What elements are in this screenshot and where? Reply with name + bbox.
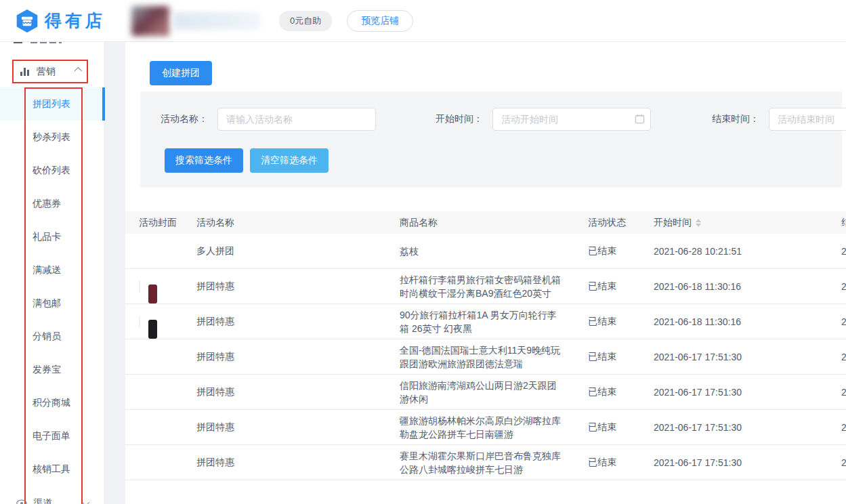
product-name-cell: 全国-德国法国瑞士意大利11天9晚纯玩跟团游欧洲旅游跟团德法意瑞 — [400, 343, 588, 371]
sort-icon[interactable] — [696, 219, 701, 227]
end-time-cell-clipped: 2 — [841, 387, 846, 398]
sidebar-submenu-item[interactable]: 核销工具 — [0, 453, 105, 486]
status-cell: 已结束 — [588, 457, 654, 469]
table-row[interactable]: 多人拼团 荔枝 已结束 2021-06-28 10:21:51 2 — [125, 234, 846, 269]
table-row[interactable]: 拼团特惠 疆旅游胡杨林帕米尔高原白沙湖喀拉库勒盘龙公路拼车七日南疆游 已结束 2… — [125, 410, 846, 445]
table-row[interactable]: 拼团特惠 赛里木湖霍尔果斯口岸巴音布鲁克独库公路八卦城喀拉峻拼车七日游 已结束 … — [125, 445, 846, 480]
start-time-input[interactable] — [492, 108, 651, 131]
sidebar-submenu-label: 分销员 — [33, 331, 61, 341]
sidebar-submenu-label: 电子面单 — [33, 430, 70, 441]
sidebar-submenu-label: 拼团列表 — [33, 98, 70, 109]
activity-name-cell: 拼团特惠 — [196, 421, 400, 434]
sidebar-section-label: 渠道 — [33, 497, 58, 504]
sidebar-submenu-item[interactable]: 满减送 — [0, 253, 105, 287]
product-name-cell: 拉杆箱行李箱男旅行箱女密码箱登机箱时尚横纹干湿分离BA9酒红色20英寸 — [400, 273, 588, 300]
start-time-cell: 2021-06-17 17:51:30 — [654, 422, 841, 433]
column-header-activity-name: 活动名称 — [196, 217, 400, 229]
bar-chart-icon — [20, 68, 30, 76]
product-name-cell: 90分旅行箱拉杆箱1A 男女万向轮行李箱 26英寸 幻夜黑 — [400, 308, 588, 335]
start-time-cell: 2021-06-18 11:30:16 — [654, 316, 841, 327]
end-time-cell-clipped: 2 — [841, 281, 846, 292]
create-groupbuy-button[interactable]: 创建拼团 — [150, 61, 212, 85]
store-avatar-blurred — [131, 6, 169, 36]
activity-name-label: 活动名称： — [161, 113, 208, 125]
column-header-start-time[interactable]: 开始时间 — [654, 217, 841, 229]
sidebar-section-label: 营销 — [37, 66, 75, 78]
start-time-cell: 2021-06-18 11:30:16 — [654, 281, 841, 292]
top-header: 得有店 0元自助 预览店铺 — [0, 0, 846, 42]
clear-filter-button[interactable]: 清空筛选条件 — [250, 148, 329, 173]
activity-name-input[interactable] — [217, 108, 376, 131]
status-cell: 已结束 — [588, 421, 654, 434]
end-time-cell-clipped: 2 — [841, 352, 846, 362]
store-logo-icon — [15, 9, 39, 33]
table-row[interactable]: 拼团特惠 信阳旅游南湾湖鸡公山两日游2天跟团游休闲 已结束 2021-06-17… — [125, 375, 846, 410]
sidebar-section-channel[interactable]: 渠道 — [12, 491, 93, 504]
product-name-cell: 赛里木湖霍尔果斯口岸巴音布鲁克独库公路八卦城喀拉峻拼车七日游 — [400, 449, 588, 476]
sidebar-submenu-label: 秒杀列表 — [33, 131, 70, 142]
column-header-cover: 活动封面 — [139, 217, 196, 229]
start-time-field-wrap — [492, 108, 651, 131]
table-row[interactable]: 拼团特惠 全国-德国法国瑞士意大利11天9晚纯玩跟团游欧洲旅游跟团德法意瑞 已结… — [125, 339, 846, 375]
end-time-label: 结束时间： — [712, 113, 759, 125]
status-cell: 已结束 — [588, 386, 654, 398]
end-time-cell-clipped: 2 — [841, 422, 846, 433]
sidebar-submenu-item[interactable]: 电子面单 — [0, 419, 105, 453]
status-cell: 已结束 — [588, 351, 654, 363]
activity-name-field-wrap — [217, 108, 376, 131]
activity-name-cell: 拼团特惠 — [196, 457, 400, 469]
start-time-label: 开始时间： — [436, 113, 483, 125]
sidebar-submenu-item[interactable]: 优惠券 — [0, 187, 105, 220]
sidebar-submenu-label: 发券宝 — [33, 364, 61, 375]
preview-store-button[interactable]: 预览店铺 — [347, 10, 413, 32]
table-row[interactable]: 拼团特惠 90分旅行箱拉杆箱1A 男女万向轮行李箱 26英寸 幻夜黑 已结束 2… — [125, 304, 846, 339]
eye-icon — [16, 499, 27, 504]
activity-name-cell: 拼团特惠 — [196, 386, 400, 398]
product-name-cell: 疆旅游胡杨林帕米尔高原白沙湖喀拉库勒盘龙公路拼车七日南疆游 — [400, 414, 588, 441]
table-body: 多人拼团 荔枝 已结束 2021-06-28 10:21:51 2 拼团特惠 拉… — [125, 234, 846, 504]
chevron-down-icon — [82, 498, 89, 504]
product-name-cell: 荔枝 — [400, 245, 588, 258]
column-header-product-name: 商品名称 — [400, 217, 588, 229]
store-name-blurred — [173, 12, 260, 30]
sidebar-submenu-item[interactable]: 砍价列表 — [0, 154, 105, 187]
activity-cover-thumbnail — [139, 316, 140, 328]
sidebar-submenu-label: 积分商城 — [33, 397, 70, 408]
sidebar-submenu-item[interactable]: 礼品卡 — [0, 220, 105, 253]
table-row[interactable]: 拼团特惠 拉杆箱行李箱男旅行箱女密码箱登机箱时尚横纹干湿分离BA9酒红色20英寸… — [125, 269, 846, 304]
activity-cover-thumbnail — [139, 280, 140, 293]
start-time-cell: 2021-06-17 17:51:30 — [654, 387, 841, 398]
sidebar-submenu-item[interactable]: 拼团列表 — [0, 87, 105, 121]
chevron-up-icon — [75, 66, 82, 74]
activity-table: 活动封面 活动名称 商品名称 活动状态 开始时间 结 多人拼团 荔枝 已结束 2… — [125, 211, 846, 504]
start-time-cell: 2021-06-28 10:21:51 — [654, 246, 841, 257]
activity-name-cell: 多人拼团 — [196, 245, 400, 257]
column-header-status: 活动状态 — [588, 217, 654, 229]
plan-badge: 0元自助 — [279, 11, 332, 31]
sidebar-submenu-item[interactable]: 分销员 — [0, 320, 105, 353]
start-time-cell: 2021-06-17 17:51:30 — [654, 457, 841, 468]
sidebar-submenu-item[interactable]: 满包邮 — [0, 287, 105, 320]
sidebar-submenu-item[interactable]: 发券宝 — [0, 353, 105, 386]
column-header-end-time-clipped: 结 — [841, 217, 846, 229]
sidebar-section-marketing[interactable]: 营销 — [12, 60, 88, 83]
sidebar-submenu-label: 礼品卡 — [33, 231, 61, 242]
calendar-icon — [635, 114, 645, 124]
status-cell: 已结束 — [588, 316, 654, 328]
sidebar-submenu-label: 优惠券 — [33, 198, 61, 209]
main-content: 创建拼团 活动名称： 开始时间： 结束时间： 搜索筛选条件 清空筛选条件 — [125, 42, 846, 504]
search-filter-button[interactable]: 搜索筛选条件 — [165, 148, 243, 173]
sidebar-submenu-item[interactable]: 积分商城 — [0, 386, 105, 419]
status-cell: 已结束 — [588, 245, 654, 257]
sidebar-submenu: 拼团列表 秒杀列表 砍价列表 优惠券 礼品卡 满减送 满包邮 — [0, 87, 105, 486]
status-cell: 已结束 — [588, 280, 654, 293]
table-row[interactable] — [125, 480, 846, 504]
activity-name-cell: 拼团特惠 — [196, 351, 400, 363]
app-logo: 得有店 — [15, 9, 117, 33]
activity-name-cell: 拼团特惠 — [196, 316, 400, 328]
end-time-cell-clipped: 2 — [841, 316, 846, 327]
sidebar-submenu-label: 砍价列表 — [33, 165, 70, 175]
end-time-input[interactable] — [769, 108, 846, 131]
sidebar-submenu-item[interactable]: 秒杀列表 — [0, 121, 105, 154]
sidebar: 营销 拼团列表 秒杀列表 砍价列表 优惠券 礼品卡 满减送 — [0, 42, 105, 504]
